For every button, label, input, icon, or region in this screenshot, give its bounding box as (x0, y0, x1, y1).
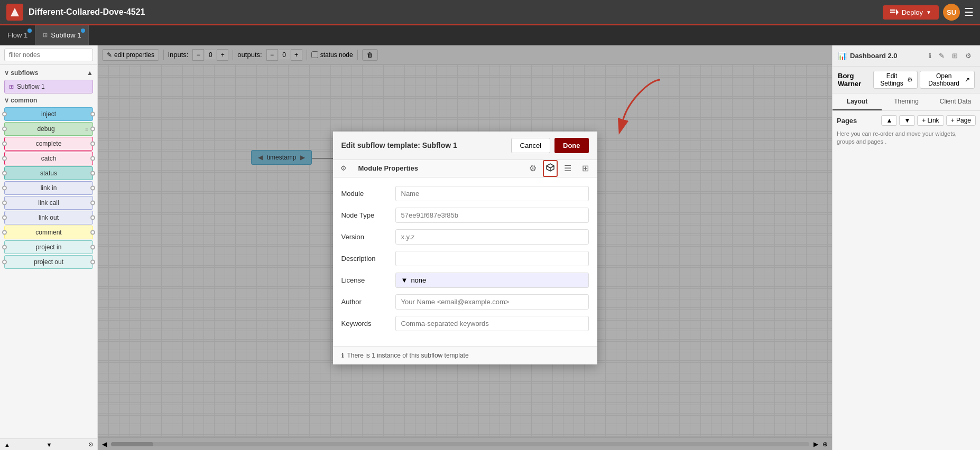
tab-flow1-label: Flow 1 (7, 31, 27, 39)
module-row: Module (341, 186, 589, 201)
canvas-area[interactable]: ✎ edit properties inputs: − 0 + outputs:… (98, 45, 832, 450)
project-out-port-right (90, 260, 95, 265)
deploy-button[interactable]: Deploy ▼ (883, 5, 939, 20)
dialog-tab-doc-icon[interactable]: ☰ (560, 160, 576, 176)
deploy-chevron-icon: ▼ (926, 10, 931, 15)
node-project-out[interactable]: project out (4, 255, 93, 269)
inject-port-left (2, 112, 7, 117)
pages-actions: ▲ ▼ + Link + Page (881, 115, 976, 126)
node-link-out[interactable]: link out (4, 211, 93, 224)
dialog-tabs: ⚙ Module Properties ⚙ ☰ ⊞ (333, 160, 597, 177)
dialog-tab-env-icon[interactable]: ⊞ (578, 160, 593, 176)
header-right: Deploy ▼ SU ☰ (883, 4, 974, 21)
edit-settings-gear-icon: ⚙ (907, 76, 913, 83)
description-label: Description (341, 255, 389, 262)
svg-line-8 (550, 166, 554, 168)
node-debug[interactable]: debug ≡ (4, 122, 93, 136)
status-port-left (2, 171, 7, 176)
dialog-tab-gear-icon[interactable]: ⚙ (525, 160, 541, 176)
main-layout: ∨ subflows ▲ ⊞ Subflow 1 ∨ common inject (0, 45, 980, 450)
node-complete[interactable]: complete (4, 137, 93, 151)
keywords-input[interactable] (395, 316, 589, 331)
common-label: ∨ common (4, 97, 37, 104)
done-button[interactable]: Done (554, 138, 589, 153)
license-dropdown-arrow: ▼ (401, 276, 408, 284)
app-logo (6, 4, 23, 21)
node-comment[interactable]: comment (4, 226, 93, 239)
description-input[interactable] (395, 251, 589, 266)
author-row: Author (341, 294, 589, 310)
node-link-call[interactable]: link call (4, 196, 93, 210)
module-input[interactable] (395, 186, 589, 201)
section-subflows[interactable]: ∨ subflows ▲ (0, 67, 97, 79)
catch-port-right (90, 156, 95, 161)
node-list: ∨ subflows ▲ ⊞ Subflow 1 ∨ common inject (0, 65, 97, 438)
panel-scroll-up-btn[interactable]: ▲ (4, 441, 10, 448)
subflow-item-subflow1[interactable]: ⊞ Subflow 1 (4, 80, 93, 93)
complete-port-left (2, 142, 7, 146)
version-input[interactable] (395, 229, 589, 245)
status-label: status (9, 170, 88, 177)
license-select[interactable]: ▼ none (395, 273, 589, 288)
link-call-label: link call (9, 199, 88, 207)
open-dashboard-btn[interactable]: Open Dashboard ↗ (920, 71, 975, 89)
add-page-btn[interactable]: + Page (946, 115, 976, 126)
hamburger-menu-button[interactable]: ☰ (964, 6, 974, 18)
dialog-title: Edit subflow template: Subflow 1 (341, 141, 457, 149)
pages-help-text: Here you can re-order and move your widg… (837, 130, 976, 146)
node-status[interactable]: status (4, 166, 93, 180)
dialog-tab-module-icon[interactable] (543, 160, 558, 177)
node-inject[interactable]: inject (4, 107, 93, 121)
borg-warner-actions: Edit Settings ⚙ Open Dashboard ↗ (873, 71, 975, 89)
edit-settings-btn[interactable]: Edit Settings ⚙ (873, 71, 918, 89)
page-down-btn[interactable]: ▼ (899, 115, 915, 126)
tab-client-data[interactable]: Client Data (931, 93, 980, 110)
node-type-input[interactable] (395, 208, 589, 223)
keywords-row: Keywords (341, 316, 589, 331)
scroll-up-btn[interactable]: ▲ (87, 69, 93, 77)
borg-warner-name: Borg Warner (838, 72, 873, 88)
dashboard-settings-btn[interactable]: ⚙ (962, 50, 975, 62)
cube-icon (546, 163, 554, 172)
tab-flow1[interactable]: Flow 1 (0, 25, 35, 45)
dashboard-edit-btn[interactable]: ✎ (936, 50, 948, 62)
tab-subflow1-icon: ⊞ (43, 32, 48, 39)
dashboard-info-btn[interactable]: ℹ (926, 50, 935, 62)
link-out-port-left (2, 215, 7, 220)
debug-port-right (90, 127, 95, 132)
pages-section-header: Pages ▲ ▼ + Link + Page (837, 115, 976, 126)
edit-subflow-dialog: Edit subflow template: Subflow 1 Cancel … (333, 132, 597, 364)
tab-layout[interactable]: Layout (833, 93, 882, 110)
zoom-fit-btn[interactable]: ⊙ (88, 441, 93, 448)
filter-nodes-input[interactable] (4, 49, 93, 61)
tab-subflow1[interactable]: ⊞ Subflow 1 (35, 25, 89, 45)
keywords-label: Keywords (341, 320, 389, 327)
add-link-btn[interactable]: + Link (917, 115, 944, 126)
subflow1-label: Subflow 1 (17, 83, 45, 90)
license-label: License (341, 276, 389, 284)
dialog-tab-gear[interactable]: ⚙ (337, 161, 350, 175)
dialog-tab-module-label: Module Properties (352, 160, 523, 176)
tab-bar: Flow 1 ⊞ Subflow 1 (0, 25, 980, 45)
version-label: Version (341, 233, 389, 241)
deploy-icon (890, 9, 899, 15)
svg-line-7 (547, 166, 550, 168)
right-sidebar: 📊 Dashboard 2.0 ℹ ✎ ⊞ ⚙ Borg Warner Edit… (832, 45, 980, 450)
panel-scroll-down-btn[interactable]: ▼ (47, 441, 52, 448)
cancel-button[interactable]: Cancel (511, 138, 550, 153)
author-input[interactable] (395, 294, 589, 310)
node-catch[interactable]: catch (4, 152, 93, 165)
section-common[interactable]: ∨ common (0, 95, 97, 106)
page-up-btn[interactable]: ▲ (881, 115, 897, 126)
comment-port-right (90, 230, 95, 235)
dashboard-layout-btn[interactable]: ⊞ (949, 50, 961, 62)
tab-theming[interactable]: Theming (882, 93, 931, 110)
user-avatar[interactable]: SU (943, 4, 960, 21)
license-value: none (411, 276, 426, 284)
node-type-label: Node Type (341, 211, 389, 219)
svg-rect-2 (890, 12, 895, 13)
left-panel-wrapper: ∨ subflows ▲ ⊞ Subflow 1 ∨ common inject (0, 45, 98, 450)
node-link-in[interactable]: link in (4, 181, 93, 195)
node-project-in[interactable]: project in (4, 240, 93, 254)
subflows-label: ∨ subflows (4, 69, 38, 77)
